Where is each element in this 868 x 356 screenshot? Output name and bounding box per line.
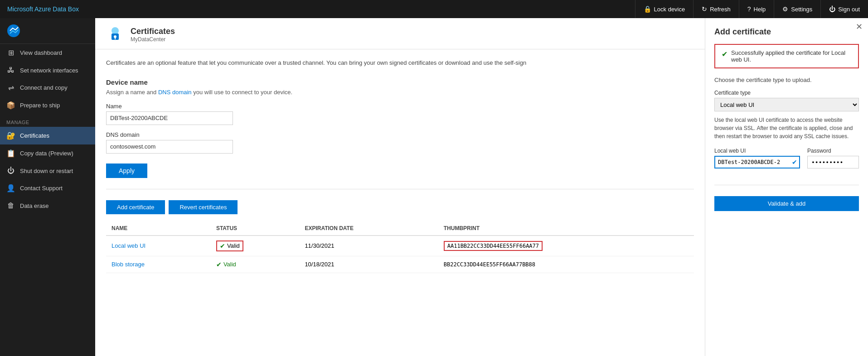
- cert-expiration-cell: 10/18/2021: [299, 256, 438, 273]
- name-field: Name: [106, 103, 694, 125]
- help-icon: ?: [747, 5, 751, 13]
- cert-thumbprint-cell: AA11BB22CC33DD44EE55FF66AA77: [438, 236, 694, 256]
- sidebar-item-connect[interactable]: ⇌ Connect and copy: [0, 79, 95, 96]
- svg-point-0: [7, 24, 20, 37]
- cert-status-cell: ✔ Valid: [211, 256, 299, 273]
- right-panel: ✕ Add certificate ✔ Successfully applied…: [705, 18, 868, 356]
- panel-divider: [714, 185, 859, 185]
- section-divider: [106, 189, 694, 189]
- col-thumbprint: THUMBPRINT: [438, 221, 694, 236]
- sidebar-item-copydata[interactable]: 📋 Copy data (Preview): [0, 144, 95, 162]
- page-description: Certificates are an optional feature tha…: [106, 58, 694, 67]
- apply-button[interactable]: Apply: [106, 164, 147, 178]
- local-webui-input[interactable]: [715, 158, 790, 166]
- page-content: Certificates are an optional feature tha…: [95, 49, 705, 282]
- dns-domain-link[interactable]: DNS domain: [158, 89, 192, 96]
- password-input[interactable]: [807, 156, 859, 168]
- page-subtitle: MyDataCenter: [131, 36, 175, 43]
- table-header-row: NAME STATUS EXPIRATION DATE THUMBPRINT: [106, 221, 694, 236]
- cert-type-label: Certificate type: [714, 90, 859, 96]
- name-input[interactable]: [106, 111, 233, 125]
- revert-certificates-button[interactable]: Revert certificates: [169, 200, 238, 214]
- local-webui-input-wrap: ✔: [714, 156, 800, 168]
- cert-thumbprint-cell: BB22CC33DD44EE55FF66AA77BB88: [438, 256, 694, 273]
- lock-device-button[interactable]: 🔒 Lock device: [635, 0, 693, 18]
- panel-credentials: Local web UI ✔ Password: [714, 148, 859, 168]
- dns-input[interactable]: [106, 140, 233, 154]
- topbar-actions: 🔒 Lock device ↻ Refresh ? Help ⚙ Setting…: [635, 0, 868, 18]
- status-check-icon: ✔: [216, 261, 222, 268]
- password-group: Password: [807, 148, 859, 168]
- device-name-section-title: Device name: [106, 78, 694, 86]
- panel-choose-desc: Choose the certificate type to upload.: [714, 77, 859, 83]
- table-row: Blob storage✔ Valid10/18/2021BB22CC33DD4…: [106, 256, 694, 273]
- app-title: Microsoft Azure Data Box: [7, 5, 79, 13]
- shutdown-icon: ⏻: [6, 167, 15, 175]
- certificates-table: NAME STATUS EXPIRATION DATE THUMBPRINT L…: [106, 221, 694, 273]
- cert-name-cell: Blob storage: [106, 256, 211, 273]
- thumbprint-value: AA11BB22CC33DD44EE55FF66AA77: [444, 241, 543, 251]
- page-title: Certificates: [131, 27, 175, 36]
- local-webui-group: Local web UI ✔: [714, 148, 800, 168]
- refresh-icon: ↻: [702, 5, 707, 13]
- sidebar-item-erase[interactable]: 🗑 Data erase: [0, 197, 95, 214]
- cert-name-link[interactable]: Blob storage: [112, 261, 145, 268]
- settings-button[interactable]: ⚙ Settings: [774, 0, 820, 18]
- signout-button[interactable]: ⏻ Sign out: [820, 0, 868, 18]
- name-label: Name: [106, 103, 694, 110]
- help-button[interactable]: ? Help: [739, 0, 774, 18]
- status-badge: ✔ Valid: [216, 261, 236, 268]
- panel-hint: Use the local web UI certificate to acce…: [714, 116, 859, 140]
- validate-add-button[interactable]: Validate & add: [714, 196, 859, 211]
- support-icon: 👤: [6, 184, 15, 192]
- cert-expiration-cell: 11/30/2021: [299, 236, 438, 256]
- table-row: Local web UI✔ Valid11/30/2021AA11BB22CC3…: [106, 236, 694, 256]
- refresh-button[interactable]: ↻ Refresh: [693, 0, 739, 18]
- certificates-icon: 🔐: [6, 131, 15, 140]
- panel-close-button[interactable]: ✕: [856, 23, 863, 31]
- sidebar: ⊞ View dashboard 🖧 Set network interface…: [0, 18, 95, 356]
- dns-field: DNS domain: [106, 131, 694, 154]
- col-status: STATUS: [211, 221, 299, 236]
- table-actions: Add certificate Revert certificates: [106, 200, 694, 214]
- settings-icon: ⚙: [782, 5, 788, 13]
- sidebar-manage-label: MANAGE: [0, 114, 95, 127]
- dashboard-icon: ⊞: [6, 48, 15, 57]
- page-header-text: Certificates MyDataCenter: [131, 27, 175, 43]
- dns-label: DNS domain: [106, 131, 694, 138]
- page-header: Certificates MyDataCenter: [95, 18, 705, 49]
- content-area: Certificates MyDataCenter Certificates a…: [95, 18, 705, 356]
- panel-title: Add certificate: [714, 27, 859, 37]
- network-icon: 🖧: [6, 66, 15, 74]
- signout-icon: ⏻: [829, 5, 835, 13]
- sidebar-item-network[interactable]: 🖧 Set network interfaces: [0, 62, 95, 79]
- status-check-icon: ✔: [220, 242, 225, 250]
- sidebar-item-support[interactable]: 👤 Contact Support: [0, 179, 95, 197]
- col-name: NAME: [106, 221, 211, 236]
- cert-name-cell: Local web UI: [106, 236, 211, 256]
- connect-icon: ⇌: [6, 83, 15, 92]
- success-banner: ✔ Successfully applied the certificate f…: [714, 44, 859, 68]
- erase-icon: 🗑: [6, 202, 15, 210]
- cert-name-link[interactable]: Local web UI: [112, 242, 145, 249]
- certificates-page-icon: [106, 25, 124, 43]
- sidebar-item-ship[interactable]: 📦 Prepare to ship: [0, 96, 95, 114]
- cert-type-select[interactable]: Local web UI Blob storage Azure Resource…: [714, 98, 859, 111]
- svg-rect-4: [115, 38, 116, 39]
- lock-icon: 🔒: [644, 5, 651, 13]
- local-webui-label: Local web UI: [714, 148, 800, 154]
- sidebar-item-dashboard[interactable]: ⊞ View dashboard: [0, 44, 95, 62]
- topbar: Microsoft Azure Data Box 🔒 Lock device ↻…: [0, 0, 868, 18]
- status-badge: ✔ Valid: [216, 241, 243, 251]
- sidebar-item-shutdown[interactable]: ⏻ Shut down or restart: [0, 162, 95, 179]
- sidebar-brand: [0, 18, 95, 44]
- webui-check-icon: ✔: [790, 159, 799, 166]
- brand-icon: [6, 24, 21, 38]
- device-name-subtitle: Assign a name and DNS domain you will us…: [106, 89, 694, 96]
- thumbprint-value: BB22CC33DD44EE55FF66AA77BB88: [444, 261, 535, 268]
- success-check-icon: ✔: [722, 50, 727, 58]
- sidebar-item-certificates[interactable]: 🔐 Certificates: [0, 127, 95, 144]
- main-layout: ⊞ View dashboard 🖧 Set network interface…: [0, 18, 868, 356]
- password-label: Password: [807, 148, 859, 154]
- add-certificate-button[interactable]: Add certificate: [106, 200, 165, 214]
